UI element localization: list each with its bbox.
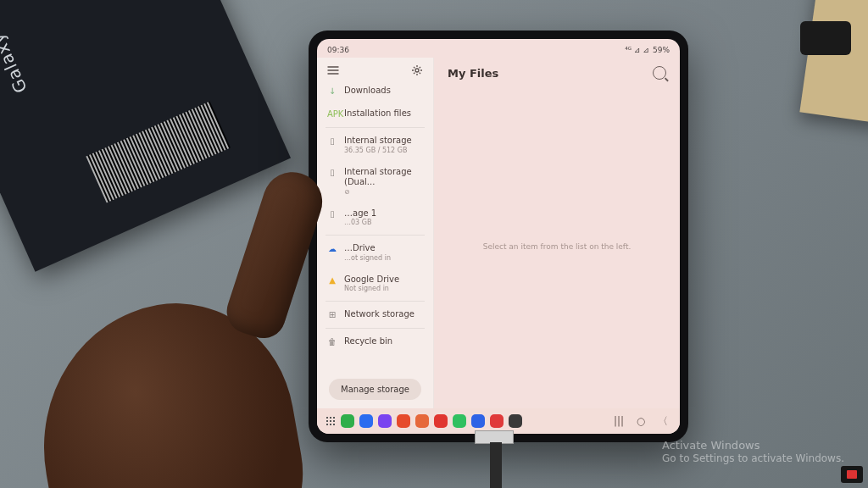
sidebar-item-label: Internal storage (Dual...	[344, 167, 425, 188]
sidebar-item-sub: …03 GB	[344, 219, 376, 227]
watermark-title: Activate Windows	[662, 439, 844, 453]
dock-app-9[interactable]	[509, 414, 522, 428]
watermark-sub: Go to Settings to activate Windows.	[662, 452, 844, 466]
dock-app-2[interactable]	[378, 414, 392, 428]
barcode	[86, 102, 231, 203]
status-time: 09:36	[327, 46, 349, 54]
camera-clamp	[800, 21, 851, 55]
dock-app-5[interactable]	[434, 414, 448, 428]
page-title: My Files	[448, 67, 498, 80]
box-label: Galaxy Z Fold6	[0, 0, 31, 97]
main-header: My Files	[434, 58, 680, 85]
phone-screen: 09:36 ⁴ᴳ ⊿ ⊿ 59% ↓Downl	[317, 39, 680, 434]
dock-app-1[interactable]	[359, 414, 373, 428]
sidebar-item-icon: ⊞	[327, 310, 337, 320]
sidebar-item-installation-files[interactable]: APKInstallation files	[317, 103, 433, 125]
sidebar-item-google-drive[interactable]: ▲Google DriveNot signed in	[317, 269, 433, 300]
sidebar-item-label: Internal storage	[344, 136, 412, 147]
nav-back[interactable]: 〈	[654, 414, 671, 429]
sidebar-item-age-1[interactable]: ▯…age 1…03 GB	[317, 202, 433, 234]
dock-app-0[interactable]	[341, 414, 354, 428]
phone-frame: 09:36 ⁴ᴳ ⊿ ⊿ 59% ↓Downl	[309, 30, 688, 442]
sidebar-item-internal-storage[interactable]: ▯Internal storage36.35 GB / 512 GB	[317, 130, 433, 161]
dock-app-8[interactable]	[490, 414, 504, 428]
sidebar-item-sub: …ot signed in	[344, 254, 391, 263]
usb-cable	[490, 442, 502, 488]
sidebar-divider	[326, 235, 425, 236]
sidebar-list: ↓DownloadsAPKInstallation files▯Internal…	[317, 80, 433, 374]
sidebar-item-recycle-bin[interactable]: 🗑Recycle bin	[317, 330, 433, 353]
sidebar-item-label: Installation files	[344, 108, 411, 119]
sidebar: ↓DownloadsAPKInstallation files▯Internal…	[317, 58, 434, 408]
sidebar-item-sub: ⊘	[344, 188, 425, 197]
sidebar-header	[317, 58, 433, 80]
search-icon[interactable]	[653, 66, 666, 80]
sidebar-divider	[326, 127, 425, 128]
sidebar-item-icon: ↓	[327, 86, 337, 97]
hamburger-icon[interactable]	[327, 64, 339, 76]
product-box: Galaxy Z Fold6	[0, 0, 291, 272]
channel-badge	[841, 466, 863, 483]
sidebar-item-icon: APK	[327, 109, 337, 119]
sidebar-item-network-storage[interactable]: ⊞Network storage	[317, 303, 433, 326]
sidebar-divider	[326, 301, 425, 302]
dock-apps	[341, 414, 522, 428]
sidebar-item-label: Network storage	[344, 309, 415, 320]
sidebar-item-icon: ☁	[327, 244, 337, 254]
empty-state: Select an item from the list on the left…	[434, 85, 680, 408]
dock-app-7[interactable]	[471, 414, 485, 428]
manage-storage-button[interactable]: Manage storage	[329, 379, 421, 400]
my-files-app: ↓DownloadsAPKInstallation files▯Internal…	[317, 58, 680, 408]
signal-icon: ⁴ᴳ ⊿ ⊿	[625, 46, 649, 54]
wood-block	[799, 0, 868, 124]
app-drawer-icon[interactable]	[326, 416, 336, 426]
svg-point-0	[415, 69, 419, 72]
sidebar-divider	[326, 328, 425, 329]
main-panel: My Files Select an item from the list on…	[434, 58, 680, 408]
windows-watermark: Activate Windows Go to Settings to activ…	[662, 439, 844, 466]
sidebar-item-label: Google Drive	[344, 274, 399, 286]
sidebar-item-icon: ▯	[327, 209, 337, 219]
sidebar-item-icon: ▯	[327, 136, 337, 147]
nav-home[interactable]: ○	[632, 415, 649, 427]
status-bar: 09:36 ⁴ᴳ ⊿ ⊿ 59%	[317, 39, 680, 58]
sidebar-item-icon: ▯	[327, 168, 337, 178]
nav-recents[interactable]: |||	[610, 415, 627, 427]
dock-app-3[interactable]	[397, 414, 410, 428]
battery-label: 59%	[653, 46, 670, 54]
sidebar-item-downloads[interactable]: ↓Downloads	[317, 80, 433, 103]
dock-app-6[interactable]	[453, 414, 466, 428]
sidebar-item-sub: Not signed in	[344, 285, 399, 293]
sidebar-item-label: …Drive	[344, 243, 391, 254]
scene-root: Galaxy Z Fold6 09:36 ⁴ᴳ ⊿ ⊿ 59%	[0, 0, 868, 488]
dock-app-4[interactable]	[415, 414, 429, 428]
sidebar-item-label: Downloads	[344, 86, 391, 97]
status-right: ⁴ᴳ ⊿ ⊿ 59%	[625, 46, 670, 54]
sidebar-item-drive[interactable]: ☁…Drive…ot signed in	[317, 237, 433, 269]
sidebar-item-internal-storage-dual[interactable]: ▯Internal storage (Dual...⊘	[317, 161, 433, 202]
gear-icon[interactable]	[411, 64, 423, 76]
sidebar-item-icon: 🗑	[327, 337, 337, 347]
sidebar-item-label: Recycle bin	[344, 336, 392, 347]
sidebar-item-label: …age 1	[344, 208, 376, 219]
sidebar-item-sub: 36.35 GB / 512 GB	[344, 147, 412, 155]
sidebar-item-icon: ▲	[327, 275, 337, 286]
